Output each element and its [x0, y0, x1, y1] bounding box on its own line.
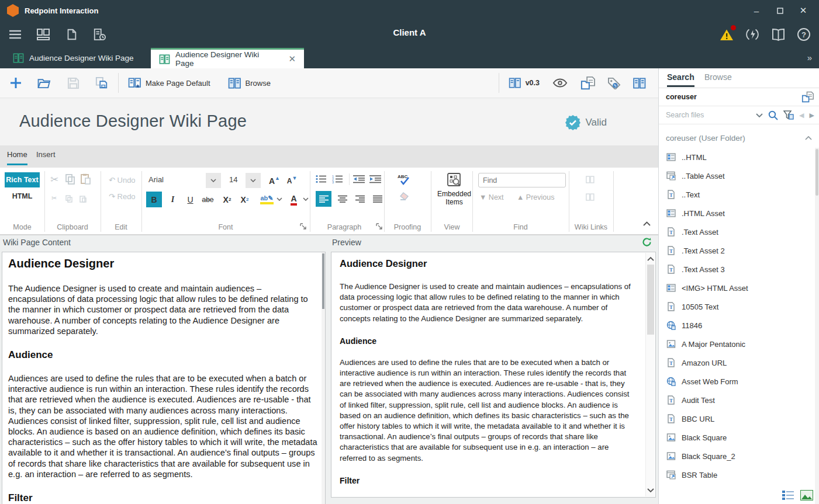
undo-button[interactable]: ↶ Undo — [109, 176, 136, 185]
help-icon[interactable]: ? — [794, 25, 813, 44]
preview-scrollbar[interactable] — [645, 253, 655, 496]
editor-scrollbar[interactable] — [322, 252, 325, 504]
ribbon-tab-home[interactable]: Home — [7, 150, 27, 165]
underline-button[interactable]: U — [182, 192, 198, 207]
filter-icon[interactable] — [783, 110, 794, 120]
bold-button[interactable]: B — [146, 192, 162, 207]
browse-button[interactable]: Browse — [224, 72, 274, 93]
find-next-button[interactable]: ▼ Next — [479, 193, 504, 201]
open-button[interactable] — [34, 72, 56, 93]
font-dialog-launcher[interactable] — [300, 223, 306, 230]
highlight-color-dropdown[interactable] — [277, 197, 282, 201]
scroll-down-icon[interactable] — [646, 486, 655, 495]
wiki-content-editor[interactable]: Audience Designer The Audience Designer … — [2, 252, 326, 504]
cut-button[interactable]: ✂ — [50, 173, 58, 186]
file-item[interactable]: T BBC URL — [659, 409, 815, 428]
strikethrough-button[interactable]: abe — [200, 192, 216, 207]
spellcheck-button[interactable]: ABC — [398, 173, 412, 186]
find-input[interactable] — [478, 173, 566, 187]
sidebar-tab-browse[interactable]: Browse — [704, 72, 732, 82]
html-mode-button[interactable]: HTML — [5, 192, 40, 200]
wiki-browse-button[interactable] — [629, 72, 650, 93]
file-item[interactable]: A Major Pentatonic — [659, 335, 815, 353]
clear-format-button[interactable] — [399, 192, 410, 201]
file-item[interactable]: T .Text Asset — [659, 223, 815, 241]
version-indicator[interactable]: v0.3 — [505, 72, 543, 93]
subscript-button[interactable]: X2 — [219, 192, 235, 207]
search-query-input[interactable] — [666, 93, 765, 101]
sidebar-scrollbar[interactable] — [815, 148, 819, 504]
embedded-items-button[interactable]: Embedded Items — [436, 172, 473, 206]
align-right-button[interactable] — [352, 191, 368, 207]
tab-wiki-page-active[interactable]: Audience Designer Wiki Page ✕ — [151, 48, 304, 68]
file-item[interactable]: T Audit Test — [659, 391, 815, 409]
find-previous-button[interactable]: ▲ Previous — [517, 193, 555, 201]
documentation-book-icon[interactable] — [769, 25, 787, 44]
align-left-button[interactable] — [316, 191, 331, 207]
file-item[interactable]: T Amazon URL — [659, 353, 815, 372]
wiki-unlink-button[interactable] — [586, 193, 595, 201]
font-family-value[interactable]: Arial — [148, 175, 164, 184]
ribbon-tab-insert[interactable]: Insert — [36, 150, 56, 159]
paste-small-button[interactable] — [80, 195, 87, 203]
justify-button[interactable] — [369, 191, 385, 207]
superscript-button[interactable]: X2 — [237, 192, 253, 207]
file-item[interactable]: 11846 — [659, 316, 815, 335]
file-item[interactable]: T ..Text — [659, 185, 815, 204]
collapse-ribbon-button[interactable] — [643, 221, 651, 226]
file-item[interactable]: Black Square_2 — [659, 447, 815, 465]
italic-button[interactable]: I — [165, 192, 181, 207]
save-copy-button[interactable] — [91, 72, 112, 93]
maximize-button[interactable] — [772, 3, 787, 18]
folder-header[interactable]: coreuser (User Folder) — [666, 134, 745, 142]
thumbnail-view-toggle-icon[interactable] — [800, 490, 813, 500]
file-item[interactable]: T .Text Asset 3 — [659, 260, 815, 279]
collapse-folder-icon[interactable] — [805, 136, 812, 140]
file-item[interactable]: ..Table Asset — [659, 166, 815, 185]
redo-button[interactable]: ↷ Redo — [109, 192, 136, 201]
cut-small-button[interactable]: ✂ — [51, 194, 57, 202]
numbered-list-button[interactable]: 123 — [332, 175, 343, 183]
tag-button[interactable]: ✎ — [604, 72, 624, 93]
file-item[interactable]: BSR Table — [659, 465, 815, 484]
wiki-link-button[interactable] — [586, 176, 595, 183]
next-result-icon[interactable]: ▶ — [810, 112, 814, 119]
details-view-toggle-icon[interactable] — [782, 490, 794, 500]
file-item[interactable]: T 10505 Text — [659, 297, 815, 316]
bullet-list-button[interactable] — [316, 175, 327, 183]
scroll-up-icon[interactable] — [646, 254, 655, 263]
rich-text-button[interactable]: Rich Text — [5, 172, 40, 187]
refresh-preview-icon[interactable] — [642, 237, 652, 247]
tab-overflow-icon[interactable]: » — [807, 53, 812, 62]
new-button[interactable] — [6, 72, 26, 93]
save-button[interactable] — [64, 72, 83, 93]
prev-result-icon[interactable]: ◀ — [799, 112, 804, 119]
sync-activity-icon[interactable] — [743, 25, 762, 44]
search-files-input[interactable] — [666, 111, 742, 119]
copy-small-button[interactable] — [65, 195, 72, 203]
font-family-dropdown[interactable] — [206, 173, 221, 188]
tab-wiki-page-inactive[interactable]: Audience Designer Wiki Page — [5, 48, 142, 68]
paste-button[interactable] — [81, 173, 91, 185]
highlight-color-button[interactable]: ab✎ — [259, 192, 275, 207]
font-color-button[interactable]: A — [286, 192, 302, 207]
tab-close-icon[interactable]: ✕ — [288, 54, 296, 64]
copy-button[interactable] — [65, 174, 75, 185]
shrink-font-button[interactable]: A▼ — [284, 173, 300, 189]
decrease-indent-button[interactable] — [353, 175, 365, 183]
font-color-dropdown[interactable] — [303, 197, 309, 201]
search-icon[interactable] — [768, 110, 778, 120]
increase-indent-button[interactable] — [369, 175, 381, 183]
font-size-value[interactable]: 14 — [229, 175, 237, 184]
file-item[interactable]: .HTML Asset — [659, 204, 815, 223]
grow-font-button[interactable]: A▲ — [267, 173, 282, 189]
file-item[interactable]: Black Square — [659, 428, 815, 447]
font-size-dropdown[interactable] — [246, 173, 261, 188]
alerts-warning-icon[interactable] — [717, 25, 736, 44]
make-page-default-button[interactable]: Make Page Default — [125, 72, 214, 93]
file-item[interactable]: <IMG> HTML Asset — [659, 279, 815, 297]
align-center-button[interactable] — [334, 191, 350, 207]
preview-eye-button[interactable] — [549, 72, 571, 93]
file-item[interactable]: T .Text Asset 2 — [659, 241, 815, 260]
chevron-down-icon[interactable] — [756, 113, 763, 117]
